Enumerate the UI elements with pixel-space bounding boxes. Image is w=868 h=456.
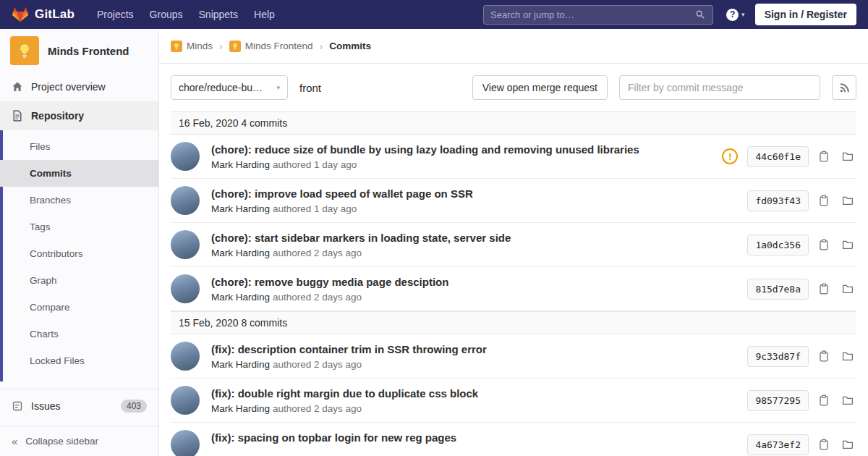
clipboard-icon bbox=[818, 439, 830, 450]
commit-sha-link[interactable]: 1a0dc356 bbox=[747, 235, 809, 256]
commit-sha-link[interactable]: 815d7e8a bbox=[747, 279, 809, 300]
collapse-sidebar-button[interactable]: « Collapse sidebar bbox=[0, 426, 158, 456]
pipeline-warning-icon[interactable]: ! bbox=[722, 148, 738, 164]
author-avatar[interactable] bbox=[171, 142, 200, 171]
author-avatar[interactable] bbox=[171, 430, 200, 456]
nav-item-snippets[interactable]: Snippets bbox=[191, 2, 246, 27]
sidebar-item-repository[interactable]: Repository bbox=[0, 101, 158, 130]
breadcrumb-project-label: Minds Frontend bbox=[245, 41, 313, 51]
commit-byline: Mark Hardingauthored 2 days ago bbox=[211, 292, 448, 303]
commit-sha-link[interactable]: 98577295 bbox=[747, 390, 809, 411]
commit-byline: Mark Hardingauthored 2 days ago bbox=[211, 359, 487, 370]
date-header: 15 Feb, 2020 8 commits bbox=[171, 311, 856, 334]
commit-title-link[interactable]: (fix): double right margin due to duplic… bbox=[211, 387, 478, 400]
commit-title-link[interactable]: (chore): reduce size of bundle by using … bbox=[211, 143, 639, 156]
copy-sha-button[interactable] bbox=[815, 148, 833, 165]
sign-in-register-button[interactable]: Sign in / Register bbox=[755, 4, 856, 25]
commit-sha-link[interactable]: fd093f43 bbox=[747, 190, 809, 211]
repository-doc-icon bbox=[12, 110, 23, 122]
author-avatar[interactable] bbox=[171, 342, 200, 371]
commit-byline bbox=[211, 447, 456, 456]
copy-sha-button[interactable] bbox=[815, 347, 833, 365]
search-box[interactable] bbox=[483, 5, 713, 25]
double-chevron-left-icon: « bbox=[12, 436, 17, 447]
commit-sha-link[interactable]: 44c60f1e bbox=[747, 146, 809, 167]
commit-meta: authored 1 day ago bbox=[273, 159, 357, 170]
commit-sha-link[interactable]: 9c33d87f bbox=[747, 346, 809, 367]
copy-sha-button[interactable] bbox=[815, 192, 833, 209]
sidebar-item-files[interactable]: Files bbox=[0, 133, 158, 160]
rss-feed-button[interactable] bbox=[832, 75, 856, 100]
top-navbar: GitLab Projects Groups Snippets Help ? ▾… bbox=[0, 0, 868, 29]
browse-files-button[interactable] bbox=[839, 392, 856, 409]
issues-count-badge: 403 bbox=[121, 400, 147, 413]
nav-item-help[interactable]: Help bbox=[246, 2, 283, 27]
commit-main: (chore): start sidebar markers in loadin… bbox=[211, 232, 511, 258]
browse-files-button[interactable] bbox=[839, 436, 856, 453]
commit-author-link[interactable]: Mark Harding bbox=[211, 292, 270, 303]
commit-author-link[interactable]: Mark Harding bbox=[211, 359, 270, 370]
commit-title-link[interactable]: (chore): remove buggy media page descipt… bbox=[211, 276, 448, 288]
commit-title-link[interactable]: (chore): improve load speed of wallet pa… bbox=[211, 187, 473, 200]
commit-row: (chore): improve load speed of wallet pa… bbox=[171, 179, 856, 223]
sidebar-item-tags[interactable]: Tags bbox=[0, 214, 158, 240]
gitlab-home-link[interactable]: GitLab bbox=[12, 6, 75, 23]
copy-sha-button[interactable] bbox=[815, 436, 833, 453]
copy-sha-button[interactable] bbox=[815, 236, 833, 253]
folder-icon bbox=[842, 439, 854, 450]
sidebar-item-branches[interactable]: Branches bbox=[0, 187, 158, 214]
chevron-down-icon: ▾ bbox=[741, 11, 745, 18]
group-commits: (chore): reduce size of bundle by using … bbox=[171, 135, 856, 311]
commit-meta: authored 2 days ago bbox=[273, 292, 362, 303]
commit-main: (fix): double right margin due to duplic… bbox=[211, 387, 478, 414]
project-context[interactable]: Minds Frontend bbox=[0, 29, 158, 72]
commit-author-link[interactable]: Mark Harding bbox=[211, 159, 270, 170]
issues-icon bbox=[12, 400, 23, 412]
browse-files-button[interactable] bbox=[839, 280, 856, 297]
main-content: Minds › Minds Frontend › Commits bbox=[159, 29, 868, 456]
sidebar-item-issues[interactable]: Issues 403 bbox=[0, 389, 158, 423]
copy-sha-button[interactable] bbox=[815, 280, 833, 297]
sidebar-item-graph[interactable]: Graph bbox=[0, 267, 158, 294]
browse-files-button[interactable] bbox=[839, 192, 856, 209]
branch-selector-dropdown[interactable]: chore/reduce-bu… ▾ bbox=[171, 75, 288, 100]
commit-title-link[interactable]: (fix): description container trim in SSR… bbox=[211, 343, 487, 355]
breadcrumb: Minds › Minds Frontend › Commits bbox=[159, 29, 868, 64]
breadcrumb-separator: › bbox=[219, 41, 223, 52]
commit-sha-link[interactable]: 4a673ef2 bbox=[747, 434, 809, 455]
breadcrumb-group-link[interactable]: Minds bbox=[171, 41, 213, 52]
author-avatar[interactable] bbox=[171, 274, 200, 303]
sidebar-item-compare[interactable]: Compare bbox=[0, 294, 158, 321]
sidebar-item-commits[interactable]: Commits bbox=[0, 160, 158, 187]
author-avatar[interactable] bbox=[171, 386, 200, 415]
commit-author-link[interactable]: Mark Harding bbox=[211, 203, 270, 214]
help-menu[interactable]: ? ▾ bbox=[726, 9, 745, 21]
folder-icon bbox=[842, 350, 854, 362]
view-open-merge-request-button[interactable]: View open merge request bbox=[472, 75, 608, 100]
commit-title-link[interactable]: (fix): spacing on topbar login for new r… bbox=[211, 431, 456, 444]
author-avatar[interactable] bbox=[171, 186, 200, 215]
commit-filter-input[interactable] bbox=[619, 75, 820, 100]
commit-date-group: 16 Feb, 2020 4 commits (chore): reduce s… bbox=[171, 111, 856, 311]
copy-sha-button[interactable] bbox=[815, 392, 833, 409]
commit-author-link[interactable]: Mark Harding bbox=[211, 403, 270, 414]
commit-byline: Mark Hardingauthored 1 day ago bbox=[211, 159, 639, 170]
sidebar-item-charts[interactable]: Charts bbox=[0, 321, 158, 347]
sidebar-item-locked-files[interactable]: Locked Files bbox=[0, 347, 158, 374]
sidebar-item-contributors[interactable]: Contributors bbox=[0, 240, 158, 267]
browse-files-button[interactable] bbox=[839, 148, 856, 165]
commits-toolbar: chore/reduce-bu… ▾ front View open merge… bbox=[159, 64, 868, 111]
commit-author-link[interactable]: Mark Harding bbox=[211, 248, 270, 258]
nav-item-groups[interactable]: Groups bbox=[142, 2, 191, 27]
sidebar-item-project-overview[interactable]: Project overview bbox=[0, 72, 158, 101]
breadcrumb-separator: › bbox=[319, 41, 323, 52]
nav-item-projects[interactable]: Projects bbox=[89, 2, 142, 27]
breadcrumb-project-link[interactable]: Minds Frontend bbox=[229, 41, 313, 52]
browse-files-button[interactable] bbox=[839, 347, 856, 365]
browse-files-button[interactable] bbox=[839, 236, 856, 253]
commit-title-link[interactable]: (chore): start sidebar markers in loadin… bbox=[211, 232, 511, 244]
author-avatar[interactable] bbox=[171, 230, 200, 259]
brand-wordmark: GitLab bbox=[35, 7, 75, 22]
search-input[interactable] bbox=[490, 9, 694, 20]
nav-menu: Projects Groups Snippets Help bbox=[89, 2, 283, 27]
